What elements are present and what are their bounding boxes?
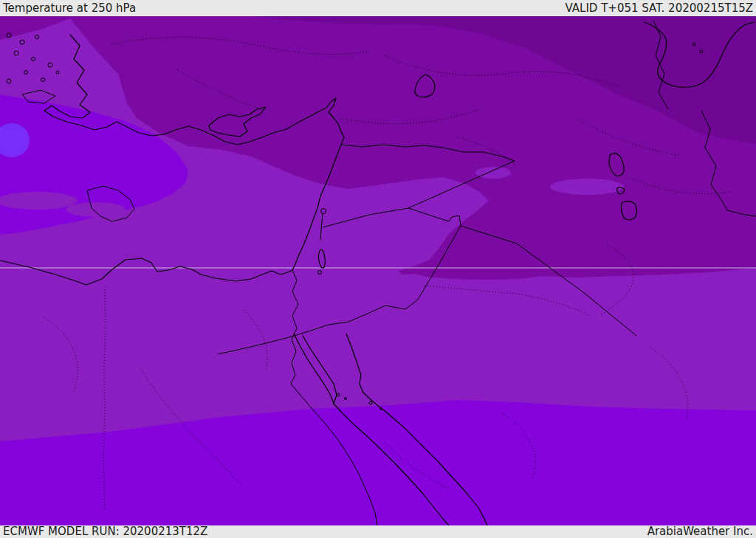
footer-bar: ECMWF MODEL RUN: 20200213T12Z ArabiaWeat… xyxy=(0,525,756,538)
temp-pocket-medium-1 xyxy=(475,167,511,179)
header-bar: Temperature at 250 hPa VALID T+051 SAT. … xyxy=(0,0,756,16)
temp-pocket-medium-3 xyxy=(0,192,78,210)
temp-pocket-medium-2 xyxy=(550,179,624,195)
weather-map-screen: Temperature at 250 hPa VALID T+051 SAT. … xyxy=(0,0,756,538)
temp-pocket-medium-4 xyxy=(66,202,126,217)
map-canvas xyxy=(0,16,756,525)
temperature-map xyxy=(0,16,756,525)
valid-time-label: VALID T+051 SAT. 20200215T15Z xyxy=(566,3,753,14)
provider-label: ArabiaWeather Inc. xyxy=(647,526,753,537)
model-run-label: ECMWF MODEL RUN: 20200213T12Z xyxy=(3,526,207,537)
map-title: Temperature at 250 hPa xyxy=(3,3,136,14)
